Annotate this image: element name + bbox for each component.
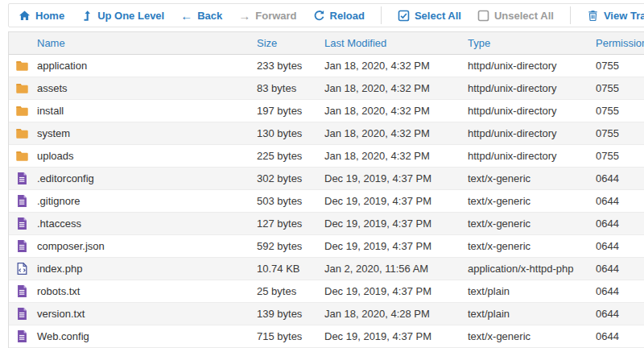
file-name: .gitignore	[37, 195, 80, 207]
table-row[interactable]: assets83 bytesJan 18, 2020, 4:32 PMhttpd…	[9, 77, 644, 100]
file-type: text/x-generic	[468, 240, 596, 252]
file-type: httpd/unix-directory	[468, 105, 596, 117]
file-icon	[15, 194, 29, 208]
file-icon	[15, 239, 29, 253]
file-type: httpd/unix-directory	[468, 60, 596, 72]
table-row[interactable]: .editorconfig302 bytesDec 19, 2019, 4:37…	[9, 168, 644, 190]
file-type: application/x-httpd-php	[468, 263, 596, 275]
column-header-last-modified[interactable]: Last Modified	[324, 37, 468, 49]
file-modified: Jan 18, 2020, 4:32 PM	[324, 105, 468, 117]
file-name: version.txt	[37, 308, 85, 320]
file-modified: Jan 18, 2020, 4:32 PM	[324, 127, 468, 139]
file-name-cell: assets	[9, 81, 257, 95]
file-permission: 0644	[596, 172, 644, 184]
file-permission: 0755	[596, 82, 644, 94]
file-modified: Jan 2, 2020, 11:56 AM	[324, 263, 468, 275]
file-size: 503 bytes	[257, 195, 324, 207]
file-size: 197 bytes	[257, 105, 324, 117]
toolbar-button-view-trash[interactable]: View Trash	[587, 10, 644, 22]
file-name-cell: .editorconfig	[9, 172, 257, 185]
column-header-label: Name	[37, 37, 65, 49]
table-row[interactable]: Web.config715 bytesDec 19, 2019, 4:37 PM…	[9, 325, 644, 348]
file-name-cell: version.txt	[9, 307, 257, 321]
file-name-cell: index.php	[9, 262, 257, 276]
file-name-cell: uploads	[9, 149, 257, 163]
file-type: httpd/unix-directory	[468, 127, 596, 139]
table-row[interactable]: .gitignore503 bytesDec 19, 2019, 4:37 PM…	[9, 190, 644, 213]
file-name: .editorconfig	[37, 172, 94, 184]
folder-icon	[15, 104, 29, 118]
table-row[interactable]: version.txt139 bytesJan 18, 2020, 4:28 P…	[9, 303, 644, 325]
file-name-cell: Web.config	[9, 329, 257, 343]
file-icon	[15, 329, 29, 343]
file-permission: 0644	[596, 285, 644, 297]
file-name: uploads	[37, 150, 74, 162]
folder-icon	[15, 126, 29, 140]
table-row[interactable]: composer.json592 bytesDec 19, 2019, 4:37…	[9, 235, 644, 258]
toolbar-button-forward[interactable]: →Forward	[238, 10, 296, 22]
folder-icon	[15, 81, 29, 95]
column-header-permissions[interactable]: Permissions	[596, 37, 644, 49]
file-modified: Dec 19, 2019, 4:37 PM	[324, 285, 468, 297]
forward-arrow-icon: →	[238, 10, 250, 22]
toolbar-button-label: Unselect All	[494, 10, 554, 22]
file-modified: Dec 19, 2019, 4:37 PM	[324, 218, 468, 230]
file-modified: Dec 19, 2019, 4:37 PM	[324, 195, 468, 207]
column-header-name[interactable]: Name	[9, 37, 257, 49]
file-name-cell: application	[9, 59, 257, 72]
toolbar-button-unselect-all[interactable]: Unselect All	[477, 10, 554, 22]
file-name-cell: composer.json	[9, 239, 257, 253]
file-permission: 0755	[596, 60, 644, 72]
toolbar-button-home[interactable]: Home	[19, 10, 64, 22]
file-name: .htaccess	[37, 218, 81, 230]
toolbar-button-back[interactable]: ←Back	[180, 10, 222, 22]
table-row[interactable]: .htaccess127 bytesDec 19, 2019, 4:37 PMt…	[9, 213, 644, 235]
table-row[interactable]: robots.txt25 bytesDec 19, 2019, 4:37 PMt…	[9, 280, 644, 303]
file-name: application	[37, 60, 87, 72]
file-size: 83 bytes	[257, 82, 324, 94]
file-type: text/x-generic	[468, 330, 596, 342]
file-permission: 0644	[596, 263, 644, 275]
file-icon	[15, 307, 29, 321]
table-row[interactable]: uploads225 bytesJan 18, 2020, 4:32 PMhtt…	[9, 145, 644, 168]
toolbar-button-label: Forward	[255, 10, 296, 22]
file-name: composer.json	[37, 240, 105, 252]
file-type: text/x-generic	[468, 172, 596, 184]
toolbar-button-select-all[interactable]: Select All	[398, 10, 461, 22]
table-row[interactable]: index.php10.74 KBJan 2, 2020, 11:56 AMap…	[9, 258, 644, 280]
folder-icon	[15, 149, 29, 163]
column-header-label: Type	[468, 37, 490, 49]
column-header-size[interactable]: Size	[257, 37, 324, 49]
table-row[interactable]: install197 bytesJan 18, 2020, 4:32 PMhtt…	[9, 100, 644, 122]
folder-icon	[15, 59, 29, 72]
file-size: 302 bytes	[257, 172, 324, 184]
file-size: 225 bytes	[257, 150, 324, 162]
column-header-label: Size	[257, 37, 277, 49]
reload-icon	[313, 10, 325, 22]
file-type: httpd/unix-directory	[468, 82, 596, 94]
toolbar-button-up-one-level[interactable]: Up One Level	[80, 10, 164, 22]
table-row[interactable]: system130 bytesJan 18, 2020, 4:32 PMhttp…	[9, 122, 644, 145]
file-name-cell: system	[9, 126, 257, 140]
toolbar-button-reload[interactable]: Reload	[313, 10, 365, 22]
table-body: application233 bytesJan 18, 2020, 4:32 P…	[9, 55, 644, 348]
checkbox-checked-icon	[398, 10, 410, 22]
file-name-cell: install	[9, 104, 257, 118]
file-size: 130 bytes	[257, 127, 324, 139]
file-size: 139 bytes	[257, 308, 324, 320]
file-size: 592 bytes	[257, 240, 324, 252]
toolbar-button-label: Home	[35, 10, 64, 22]
file-name: Web.config	[37, 330, 89, 342]
column-header-label: Permissions	[596, 37, 644, 49]
file-modified: Jan 18, 2020, 4:32 PM	[324, 60, 468, 72]
column-header-type[interactable]: Type	[468, 37, 596, 49]
toolbar-button-label: Up One Level	[97, 10, 164, 22]
toolbar-button-label: Reload	[330, 10, 365, 22]
file-modified: Jan 18, 2020, 4:28 PM	[324, 308, 468, 320]
file-type: httpd/unix-directory	[468, 150, 596, 162]
file-permission: 0644	[596, 195, 644, 207]
file-name: assets	[37, 82, 68, 94]
trash-icon	[587, 10, 599, 22]
table-row[interactable]: application233 bytesJan 18, 2020, 4:32 P…	[9, 55, 644, 77]
back-arrow-icon: ←	[180, 10, 192, 22]
